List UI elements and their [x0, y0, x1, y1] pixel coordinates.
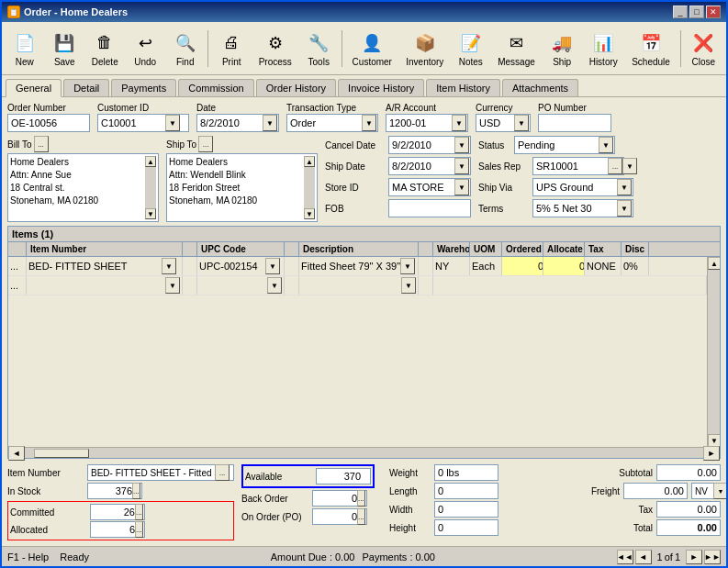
tab-general[interactable]: General	[6, 79, 62, 97]
date-dropdown[interactable]: ▼	[263, 115, 277, 131]
ship-to-ellipsis[interactable]: ...	[198, 136, 213, 152]
ship-to-scroll-up[interactable]: ▲	[304, 156, 315, 167]
nav-first[interactable]: ◄◄	[617, 550, 633, 564]
transaction-type-dropdown[interactable]: ▼	[362, 115, 376, 131]
store-id-input[interactable]: MA STORE	[392, 179, 454, 195]
length-input[interactable]: 0	[438, 485, 493, 496]
freight-code-dropdown[interactable]: ▼	[713, 483, 726, 499]
ordered-input[interactable]	[504, 261, 543, 272]
ship-button[interactable]: 🚚 Ship	[543, 28, 581, 70]
in-stock-input[interactable]: 376	[91, 485, 132, 496]
cell-upc-code[interactable]: ▼	[197, 257, 285, 275]
cell-upc-2[interactable]: ▼	[197, 276, 285, 295]
tab-order-history[interactable]: Order History	[256, 79, 336, 96]
upc-dropdown-2[interactable]: ▼	[267, 277, 282, 294]
sales-rep-ellipsis[interactable]: ...	[608, 158, 622, 174]
tax-input[interactable]	[587, 261, 622, 272]
message-button[interactable]: ✉ Message	[492, 28, 542, 70]
committed-ellipsis[interactable]: ...	[135, 504, 143, 520]
nav-prev[interactable]: ◄	[635, 550, 652, 564]
h-scroll-right[interactable]: ►	[703, 446, 720, 461]
cell-item-number[interactable]: ▼	[27, 257, 183, 275]
ship-via-input[interactable]: UPS Ground	[536, 179, 617, 195]
window-close-button[interactable]: ✕	[706, 6, 721, 18]
desc-input[interactable]	[301, 261, 400, 272]
date-input[interactable]: 8/2/2010	[200, 115, 263, 131]
order-number-input[interactable]: OE-10056	[11, 117, 86, 128]
disc-input[interactable]	[623, 261, 649, 272]
tab-payments[interactable]: Payments	[111, 79, 176, 96]
cell-allocate[interactable]	[543, 257, 585, 275]
bill-to-scroll-up[interactable]: ▲	[145, 156, 156, 167]
new-button[interactable]: 📄 New	[6, 28, 44, 70]
ar-account-dropdown[interactable]: ▼	[452, 115, 466, 131]
tab-invoice-history[interactable]: Invoice History	[338, 79, 424, 96]
ar-account-input[interactable]: 1200-01	[389, 115, 452, 131]
committed-input[interactable]: 26	[94, 507, 135, 518]
po-number-input[interactable]	[542, 117, 608, 128]
delete-button[interactable]: 🗑 Delete	[85, 28, 124, 70]
h-scroll-left[interactable]: ◄	[8, 446, 25, 461]
cell-warehouse[interactable]	[433, 257, 470, 275]
item-number-input[interactable]	[28, 261, 162, 272]
warehouse-input[interactable]	[435, 261, 470, 272]
item-number-bottom-input[interactable]: BED- FITTED SHEET - Fitted Sheet 79" X 3…	[91, 468, 215, 478]
sales-rep-input[interactable]: SR10001	[536, 158, 608, 174]
status-input[interactable]: Pending	[518, 137, 599, 153]
cell-ordered[interactable]	[502, 257, 543, 275]
nav-next[interactable]: ►	[686, 550, 702, 564]
cell-tax[interactable]	[585, 257, 622, 275]
customer-id-input[interactable]: C10001	[101, 115, 165, 131]
close-button[interactable]: ❌ Close	[684, 28, 722, 70]
cell-description[interactable]: ▼	[299, 257, 419, 275]
ship-date-input[interactable]: 8/2/2010	[392, 158, 454, 174]
schedule-button[interactable]: 📅 Schedule	[626, 28, 677, 70]
currency-dropdown[interactable]: ▼	[514, 115, 529, 131]
terms-dropdown[interactable]: ▼	[617, 200, 632, 217]
ship-to-scroll-down[interactable]: ▼	[304, 208, 315, 219]
grid-scroll-up[interactable]: ▲	[708, 257, 720, 270]
item-number-dropdown[interactable]: ▼	[162, 258, 176, 274]
ship-via-dropdown[interactable]: ▼	[617, 179, 632, 195]
cell-desc-2[interactable]: ▼	[299, 276, 419, 295]
item-number-dropdown-2[interactable]: ▼	[165, 277, 180, 294]
back-order-input[interactable]: 0	[316, 493, 357, 504]
notes-button[interactable]: 📝 Notes	[452, 28, 490, 70]
cancel-date-input[interactable]: 9/2/2010	[392, 137, 454, 153]
tab-attachments[interactable]: Attachments	[502, 79, 578, 96]
minimize-button[interactable]: _	[673, 6, 688, 18]
freight-code-input[interactable]	[695, 483, 713, 499]
fob-input[interactable]	[392, 203, 467, 214]
cell-disc[interactable]	[622, 257, 649, 275]
upc-input[interactable]	[199, 261, 265, 272]
uom-input[interactable]	[472, 261, 502, 272]
allocated-ellipsis[interactable]: ...	[135, 521, 143, 538]
cell-item-number-2[interactable]: ▼	[27, 276, 183, 295]
cell-uom[interactable]	[470, 257, 502, 275]
nav-last[interactable]: ►►	[704, 550, 721, 564]
width-input[interactable]: 0	[438, 504, 493, 515]
currency-input[interactable]: USD	[479, 115, 514, 131]
ship-date-dropdown[interactable]: ▼	[454, 158, 469, 174]
desc-dropdown[interactable]: ▼	[400, 258, 415, 274]
terms-input[interactable]: 5% 5 Net 30	[536, 200, 617, 217]
customer-button[interactable]: 👤 Customer	[346, 28, 398, 70]
tab-commission[interactable]: Commission	[178, 79, 254, 96]
on-order-ellipsis[interactable]: ...	[357, 508, 365, 525]
store-id-dropdown[interactable]: ▼	[454, 179, 469, 195]
undo-button[interactable]: ↩ Undo	[126, 28, 164, 70]
h-scroll-thumb[interactable]	[34, 449, 89, 458]
print-button[interactable]: 🖨 Print	[212, 28, 251, 70]
back-order-ellipsis[interactable]: ...	[357, 490, 365, 507]
inventory-button[interactable]: 📦 Inventory	[400, 28, 450, 70]
weight-input[interactable]: 0 lbs	[438, 467, 493, 478]
customer-id-dropdown[interactable]: ▼	[165, 115, 180, 131]
history-button[interactable]: 📊 History	[583, 28, 624, 70]
tools-button[interactable]: 🔧 Tools	[299, 28, 338, 70]
on-order-input[interactable]: 0	[316, 511, 357, 522]
cancel-date-dropdown[interactable]: ▼	[454, 137, 469, 153]
upc-dropdown[interactable]: ▼	[265, 258, 280, 274]
allocated-input[interactable]: 6	[94, 524, 135, 535]
available-input[interactable]: 370	[319, 471, 361, 482]
transaction-type-input[interactable]: Order	[290, 115, 362, 131]
